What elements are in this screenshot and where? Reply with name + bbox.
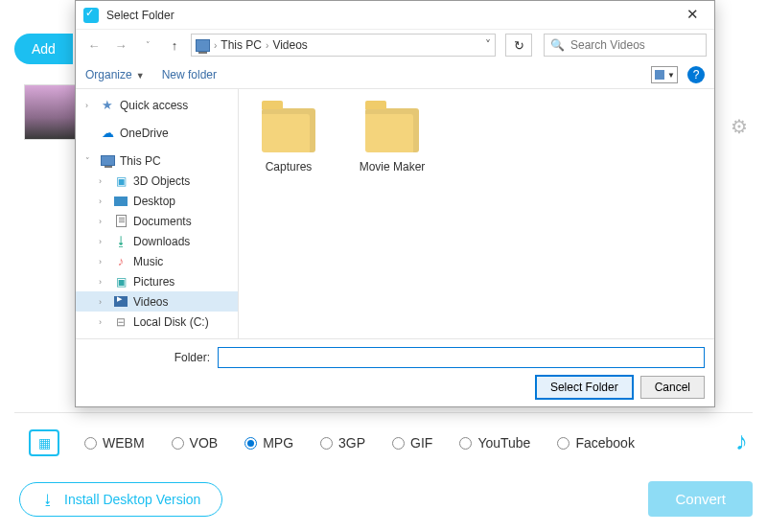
up-icon[interactable]: ↑ (164, 35, 185, 56)
tree-music[interactable]: ›♪Music (76, 251, 238, 271)
folder-icon (365, 108, 419, 152)
tree-onedrive[interactable]: ☁OneDrive (76, 123, 238, 143)
close-icon[interactable]: ✕ (678, 2, 707, 29)
format-label: WEBM (103, 435, 145, 451)
format-label: Facebook (575, 435, 634, 451)
dialog-body: ›★Quick access ☁OneDrive ˅This PC ›▣3D O… (76, 89, 714, 338)
format-gif[interactable]: GIF (392, 435, 432, 451)
format-label: 3GP (338, 435, 365, 451)
tree-local-disk[interactable]: ›⊟Local Disk (C:) (76, 312, 238, 332)
format-label: MPG (263, 435, 293, 451)
folder-content[interactable]: Captures Movie Maker (239, 89, 714, 338)
app-logo-icon (83, 8, 99, 23)
crumb-videos[interactable]: Videos (272, 38, 307, 52)
film-icon[interactable]: ▦ (29, 429, 59, 456)
search-placeholder: Search Videos (570, 38, 645, 52)
new-folder-button[interactable]: New folder (162, 68, 217, 81)
select-folder-button[interactable]: Select Folder (536, 376, 633, 399)
navbar: ← → ˅ ↑ › This PC › Videos ˅ ↻ 🔍 Search … (76, 30, 714, 60)
format-3gp[interactable]: 3GP (320, 435, 365, 451)
tree-3d-objects[interactable]: ›▣3D Objects (76, 171, 238, 191)
select-folder-dialog: Select Folder ✕ ← → ˅ ↑ › This PC › Vide… (75, 0, 715, 407)
tree-quick-access[interactable]: ›★Quick access (76, 95, 238, 115)
download-icon: ⭳ (41, 492, 55, 507)
help-icon[interactable]: ? (687, 66, 705, 83)
format-label: GIF (410, 435, 432, 451)
titlebar: Select Folder ✕ (76, 1, 714, 30)
view-mode-button[interactable]: ▼ (651, 66, 678, 83)
cancel-button[interactable]: Cancel (640, 376, 705, 399)
format-label: YouTube (477, 435, 530, 451)
install-desktop-button[interactable]: ⭳ Install Desktop Version (19, 482, 222, 517)
dialog-title: Select Folder (106, 9, 678, 22)
search-icon: 🔍 (550, 38, 565, 52)
add-button[interactable]: Add (14, 34, 73, 64)
refresh-icon[interactable]: ↻ (505, 34, 532, 57)
tree-desktop[interactable]: ›Desktop (76, 191, 238, 211)
settings-icon[interactable]: ⚙ (731, 115, 748, 138)
pc-icon (196, 39, 210, 52)
nav-tree: ›★Quick access ☁OneDrive ˅This PC ›▣3D O… (76, 89, 239, 338)
install-label: Install Desktop Version (64, 492, 200, 507)
breadcrumb[interactable]: › This PC › Videos ˅ (191, 34, 496, 57)
dialog-footer: Folder: Select Folder Cancel (76, 338, 714, 406)
format-youtube[interactable]: YouTube (459, 435, 530, 451)
format-mpg[interactable]: MPG (244, 435, 293, 451)
folder-name-input[interactable] (218, 347, 705, 368)
tree-this-pc[interactable]: ˅This PC (76, 150, 238, 171)
chevron-right-icon: › (266, 40, 268, 51)
search-input[interactable]: 🔍 Search Videos (544, 34, 707, 57)
tree-documents[interactable]: ›Documents (76, 211, 238, 231)
chevron-right-icon: › (214, 40, 217, 51)
convert-button[interactable]: Convert (648, 481, 753, 517)
folder-label: Movie Maker (354, 160, 430, 173)
tree-pictures[interactable]: ›▣Pictures (76, 271, 238, 291)
folder-icon (262, 108, 315, 152)
crumb-thispc[interactable]: This PC (221, 38, 262, 52)
organize-menu[interactable]: Organize▼ (85, 68, 145, 81)
recent-icon[interactable]: ˅ (137, 35, 158, 56)
forward-icon: → (110, 35, 131, 56)
toolbar: Organize▼ New folder ▼ ? (76, 60, 714, 89)
folder-field-label: Folder: (85, 351, 210, 364)
format-row: ▦ WEBM VOB MPG 3GP GIF YouTube Facebook (29, 429, 753, 456)
format-vob[interactable]: VOB (172, 435, 219, 451)
back-icon[interactable]: ← (83, 35, 105, 56)
divider (14, 412, 753, 413)
music-icon[interactable]: ♪ (735, 427, 748, 456)
chevron-down-icon[interactable]: ˅ (485, 38, 491, 52)
format-webm[interactable]: WEBM (84, 435, 145, 451)
folder-label: Captures (250, 160, 327, 173)
folder-captures[interactable]: Captures (250, 108, 327, 173)
tree-downloads[interactable]: ›⭳Downloads (76, 231, 238, 251)
format-facebook[interactable]: Facebook (557, 435, 634, 451)
folder-movie-maker[interactable]: Movie Maker (354, 108, 430, 173)
tree-videos[interactable]: ›Videos (76, 291, 238, 312)
format-label: VOB (190, 435, 219, 451)
